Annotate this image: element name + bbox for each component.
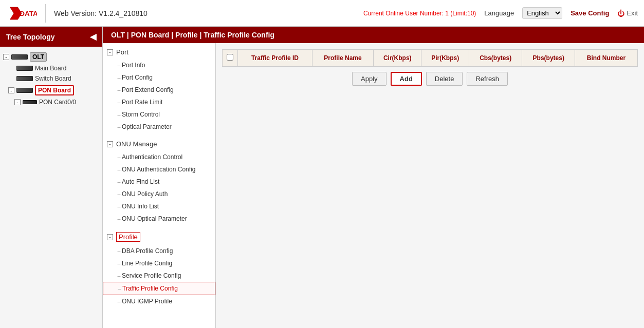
online-label: Current Online User Number:	[363, 10, 444, 17]
online-count: 1	[445, 10, 449, 17]
th-profile-name: Profile Name	[312, 50, 373, 67]
switch-board-icon	[16, 76, 33, 81]
nav-item-optical-parameter[interactable]: Optical Parameter	[103, 121, 215, 133]
nav-section-port: - Port Port Info Port Config Port Extend…	[103, 43, 215, 135]
language-select[interactable]: English Chinese	[522, 7, 562, 19]
breadcrumb-sep1: |	[127, 31, 131, 39]
nav-item-onu-info-list[interactable]: ONU Info List	[103, 200, 215, 213]
breadcrumb-sep2: |	[171, 31, 175, 39]
data-table: Traffic Profile ID Profile Name Cir(Kbps…	[222, 49, 638, 67]
exit-button[interactable]: ⏻ Exit	[617, 9, 638, 17]
logo-area: DATA	[6, 4, 46, 23]
th-cbs-bytes: Cbs(bytes)	[469, 50, 522, 67]
table-area: Traffic Profile ID Profile Name Cir(Kbps…	[216, 43, 644, 328]
th-traffic-profile-id: Traffic Profile ID	[238, 50, 312, 67]
svg-text:DATA: DATA	[20, 9, 37, 17]
power-icon: ⏻	[617, 9, 624, 17]
tree-node-switch-board[interactable]: Switch Board	[2, 73, 100, 84]
nav-section-port-header[interactable]: - Port	[103, 45, 215, 59]
onu-collapse-icon[interactable]: -	[107, 141, 113, 147]
nav-panel: - Port Port Info Port Config Port Extend…	[103, 43, 216, 328]
main-board-label: Main Board	[35, 65, 66, 72]
action-bar: Apply Add Delete Refresh	[222, 72, 638, 86]
th-pbs-bytes: Pbs(bytes)	[522, 50, 575, 67]
nav-item-onu-policy-auth[interactable]: ONU Policy Auth	[103, 188, 215, 200]
olt-label: OLT	[30, 52, 47, 62]
nav-section-profile: - Profile DBA Profile Config Line Profil…	[103, 227, 215, 310]
delete-button[interactable]: Delete	[426, 72, 463, 86]
tree-area: - OLT Main Board Switch Board - PON Boar	[0, 47, 102, 328]
th-checkbox	[223, 50, 238, 67]
refresh-button[interactable]: Refresh	[467, 72, 508, 86]
nav-item-auto-find-list[interactable]: Auto Find List	[103, 176, 215, 188]
port-section-label: Port	[116, 48, 128, 56]
profile-collapse-icon[interactable]: -	[107, 234, 113, 240]
switch-board-label: Switch Board	[35, 75, 71, 82]
nav-item-onu-igmp-profile[interactable]: ONU IGMP Profile	[103, 295, 215, 307]
onu-section-label: ONU Manage	[116, 140, 157, 148]
nav-section-onu-header[interactable]: - ONU Manage	[103, 137, 215, 151]
version-text: Web Version: V1.2.4_210810	[54, 9, 363, 17]
nav-item-auth-control[interactable]: Authentication Control	[103, 151, 215, 163]
logo-icon: DATA	[6, 4, 37, 23]
header-right: Current Online User Number: 1 (Limit:10)…	[363, 7, 638, 19]
nav-item-port-extend-config[interactable]: Port Extend Config	[103, 84, 215, 96]
nav-section-onu: - ONU Manage Authentication Control ONU …	[103, 135, 215, 227]
add-button[interactable]: Add	[391, 72, 422, 86]
olt-device-bar	[11, 54, 28, 60]
nav-section-profile-header[interactable]: - Profile	[103, 229, 215, 245]
content-area: OLT | PON Board | Profile | Traffic Prof…	[103, 27, 644, 328]
tree-node-pon-card[interactable]: - PON Card0/0	[2, 97, 100, 107]
online-info: Current Online User Number: 1 (Limit:10)	[363, 10, 476, 17]
breadcrumb-traffic[interactable]: Traffic Profile Config	[204, 31, 274, 39]
sidebar-title: Tree Topology ◀	[0, 27, 102, 47]
nav-item-dba-profile[interactable]: DBA Profile Config	[103, 245, 215, 257]
tree-node-main-board[interactable]: Main Board	[2, 63, 100, 73]
pon-card-icon	[23, 100, 37, 104]
pon-board-label: PON Board	[35, 85, 74, 95]
nav-item-port-config[interactable]: Port Config	[103, 71, 215, 84]
select-all-checkbox[interactable]	[227, 54, 233, 61]
nav-item-line-profile[interactable]: Line Profile Config	[103, 257, 215, 269]
tree-node-olt[interactable]: - OLT	[2, 51, 100, 63]
save-config-button[interactable]: Save Config	[571, 9, 609, 17]
tree-node-pon-board[interactable]: - PON Board	[2, 84, 100, 97]
table-header-row: Traffic Profile ID Profile Name Cir(Kbps…	[223, 50, 638, 67]
breadcrumb-bar: OLT | PON Board | Profile | Traffic Prof…	[103, 27, 644, 43]
sidebar-title-text: Tree Topology	[6, 33, 55, 41]
breadcrumb-olt[interactable]: OLT	[111, 31, 125, 39]
nav-item-service-profile[interactable]: Service Profile Config	[103, 269, 215, 282]
olt-toggle[interactable]: -	[3, 54, 9, 60]
breadcrumb-pon[interactable]: PON Board	[131, 31, 170, 39]
content-main: - Port Port Info Port Config Port Extend…	[103, 43, 644, 328]
nav-item-onu-optical-param[interactable]: ONU Optical Parameter	[103, 213, 215, 225]
breadcrumb-profile[interactable]: Profile	[175, 31, 198, 39]
nav-item-port-rate-limit[interactable]: Port Rate Limit	[103, 96, 215, 108]
header: DATA Web Version: V1.2.4_210810 Current …	[0, 0, 644, 27]
breadcrumb: OLT | PON Board | Profile | Traffic Prof…	[111, 31, 274, 39]
port-collapse-icon[interactable]: -	[107, 49, 113, 55]
nav-item-onu-auth-config[interactable]: ONU Authentication Config	[103, 163, 215, 176]
th-pir-kbps: Pir(Kbps)	[421, 50, 469, 67]
apply-button[interactable]: Apply	[352, 72, 387, 86]
nav-item-port-info[interactable]: Port Info	[103, 59, 215, 71]
nav-item-storm-control[interactable]: Storm Control	[103, 108, 215, 121]
pon-card-label: PON Card0/0	[39, 99, 76, 106]
online-limit: (Limit:10)	[450, 10, 476, 17]
th-cir-kbps: Cir(Kbps)	[374, 50, 421, 67]
main-board-icon	[16, 66, 33, 71]
sidebar-toggle-icon[interactable]: ◀	[90, 32, 96, 42]
language-label: Language	[484, 9, 514, 17]
pon-toggle[interactable]: -	[8, 87, 14, 93]
pon-card-toggle[interactable]: -	[14, 99, 21, 105]
main-layout: Tree Topology ◀ - OLT Main Board Switch …	[0, 27, 644, 328]
profile-section-label: Profile	[116, 232, 140, 242]
th-bind-number: Bind Number	[575, 50, 638, 67]
sidebar: Tree Topology ◀ - OLT Main Board Switch …	[0, 27, 103, 328]
nav-item-traffic-profile[interactable]: Traffic Profile Config	[103, 282, 215, 295]
exit-label: Exit	[627, 9, 638, 17]
pon-board-icon	[16, 88, 33, 93]
